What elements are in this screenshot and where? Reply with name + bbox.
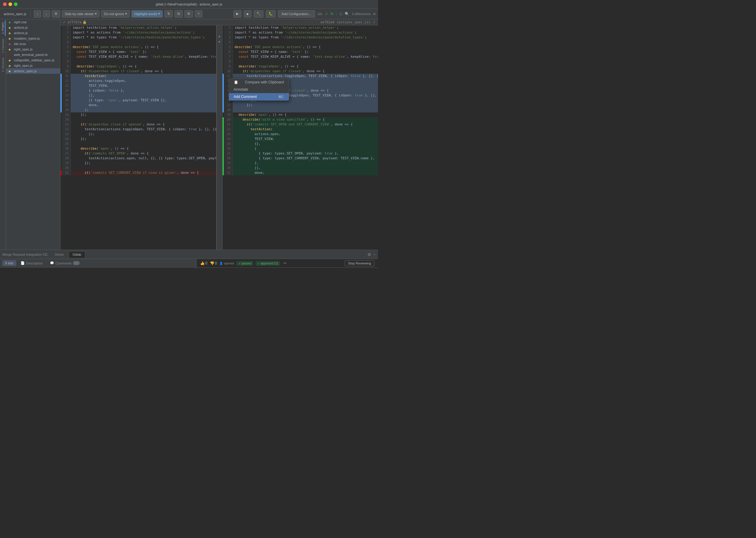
info-icon: ℹ (5, 261, 7, 265)
left-line-17: 17 done, (60, 103, 216, 108)
left-line-15: 15 [], (60, 93, 216, 98)
vert-tab-project[interactable]: 1: Project (1, 21, 5, 36)
gear-button[interactable]: ⚙ (185, 10, 193, 18)
left-line-11: 11 testAction( (60, 74, 216, 79)
vue-icon: ◈ (9, 21, 13, 24)
help-button[interactable]: ? (195, 10, 202, 18)
toolbar-separator-2: | (336, 12, 337, 16)
vert-tab-structure[interactable]: Z: Structure (1, 56, 5, 74)
comments-tab[interactable]: 💬 Comments 12 (47, 260, 83, 266)
right-line-31: 31 done, (223, 171, 378, 175)
collapse-button[interactable]: ⊟ (174, 10, 183, 18)
info-tab[interactable]: ℹ Info (2, 260, 16, 266)
add-comment-shortcut: ⌘C (278, 95, 284, 99)
sidebar-item-actions-js-1[interactable]: ◈ actions.js (6, 25, 60, 30)
right-line-1: 1 import testAction from 'helpers/vuex_a… (223, 26, 378, 30)
left-line-20: 20 (60, 117, 216, 122)
stop-review-button[interactable]: Stop Reviewing (345, 260, 375, 266)
general-section-header[interactable]: General (2, 269, 194, 269)
highlight-select[interactable]: Highlight words ▾ (132, 10, 163, 18)
right-line-21: 21 it('commits SET_OPEN and SET_CURRENT_… (223, 122, 378, 127)
stop-button[interactable]: ■ (244, 10, 251, 18)
general-section: General 4 days ago 🤖 GitLab Bot 🤖 @gitla… (0, 267, 196, 269)
vert-tab-favorites[interactable]: 2: Favorites (1, 37, 5, 55)
build-button[interactable]: 🔨 (254, 10, 263, 18)
left-line-25: 25 (60, 141, 216, 146)
gitlab-tab[interactable]: Gitlab (69, 251, 85, 258)
right-diff-panel[interactable]: 📋 Compare with Clipboard Annotate Add Co… (223, 26, 378, 250)
scroll-up-icon[interactable]: ▲ (218, 34, 221, 38)
thumbsdown-btn[interactable]: 👎 0 (210, 261, 217, 265)
description-tab[interactable]: 📄 Description (18, 260, 46, 266)
edit-icon[interactable]: ✏ (284, 261, 287, 265)
sidebar-item-web-terminal[interactable]: ◈ web_terminal_panel.rb (6, 52, 60, 57)
sidebar-item-ide-scss[interactable]: ◈ ide.scss (6, 41, 60, 47)
add-config-button[interactable]: Add Configuration... (278, 10, 315, 18)
bottom-content: ℹ Info 📄 Description 💬 Comments 12 (0, 259, 378, 269)
passed-label: passed (242, 262, 251, 265)
ignore-chevron-icon: ▾ (125, 12, 127, 16)
left-line-16: 16 [{ type: 'open', payload: TEST_VIEW }… (60, 98, 216, 103)
left-line-8: 8 (60, 59, 216, 64)
left-line-1: 1 import testAction from 'helpers/vuex_a… (60, 26, 216, 30)
share-icon: ⬡ (339, 12, 342, 16)
ignore-select[interactable]: Do not ignore ▾ (101, 10, 130, 18)
left-line-9: 9 describe('toggleOpen', () => { (60, 64, 216, 69)
annotate-item[interactable]: Annotate (229, 86, 289, 93)
opened-badge: 👤 opened (219, 262, 234, 265)
left-line-13: 13 TEST_VIEW, (60, 83, 216, 88)
scroll-down-icon[interactable]: ▼ (218, 40, 221, 43)
left-line-26: 26 describe('open', () => { (60, 146, 216, 151)
approved-badge: ✓ approved 1/1 (256, 261, 280, 266)
close-button[interactable] (3, 2, 7, 6)
viewer-select[interactable]: Side-by-side viewer ▾ (62, 10, 99, 18)
mr-comment-list: General 4 days ago 🤖 GitLab Bot 🤖 @gitla… (0, 267, 196, 269)
sidebar-item-collapsible-spec[interactable]: ◈ collapsible_sidebar_spec.js (6, 57, 60, 63)
sidebar-item-label: right_spec.js (14, 64, 33, 67)
mr-left-panel: ℹ Info 📄 Description 💬 Comments 12 (0, 259, 197, 269)
sync-scroll-button[interactable]: ⇅ (164, 10, 173, 18)
highlight-chevron-icon: ▾ (158, 12, 160, 16)
comments-tab-label: Comments (55, 261, 71, 265)
mr-settings-icon[interactable]: ⚙ (368, 252, 371, 257)
right-line-10: 10 it('dispatches open if closed', done … (223, 69, 378, 74)
js-icon: ◈ (9, 64, 13, 67)
left-line-3: 3 import * as types from '~/ide/stores/m… (60, 35, 216, 40)
sidebar-item-actions-js-2[interactable]: ◈ actions.js (6, 30, 60, 36)
debug-button[interactable]: 🐛 (266, 10, 275, 18)
sidebar-item-right-spec[interactable]: ◈ right_spec.js (6, 47, 60, 52)
viewer-chevron-icon: ▾ (95, 12, 97, 16)
mr-collapse-icon[interactable]: − (373, 252, 376, 257)
compare-clipboard-item[interactable]: 📋 Compare with Clipboard (229, 79, 289, 86)
maximize-button[interactable] (14, 2, 18, 6)
description-tab-label: Description (26, 261, 43, 265)
traffic-lights (3, 2, 18, 6)
left-line-18: 18 ); (60, 108, 216, 112)
sidebar-item-mutation-types[interactable]: ◈ mutation_types.js (6, 36, 60, 41)
prev-diff-button[interactable]: ↑ (34, 10, 41, 18)
minimize-button[interactable] (9, 2, 12, 6)
right-line-9: 9 describe('toggleOpen', () => { (223, 64, 378, 69)
thumbsup-btn[interactable]: 👍 0 (200, 261, 207, 265)
left-diff-panel[interactable]: 1 import testAction from 'helpers/vuex_a… (60, 26, 216, 250)
left-line-10: 10 it('dispatches open if closed', done … (60, 69, 216, 74)
right-line-22: 22 testAction( (223, 127, 378, 132)
sidebar-item-right-vue[interactable]: ◈ right.vue (6, 19, 60, 25)
run-button[interactable]: ▶ (233, 10, 241, 18)
git-check-icon: ✓ (325, 12, 328, 16)
sidebar-item-actions-spec[interactable]: ◈ actions_spec.js (6, 68, 60, 74)
comments-badge: 12 (73, 261, 80, 265)
title-bar: gitlab [~/IdeaProjects/gitlab] - actions… (0, 0, 378, 9)
right-line-4: 4 (223, 40, 378, 45)
right-line-25: 25 {}, (223, 141, 378, 146)
next-diff-button[interactable]: ↓ (43, 10, 50, 18)
approved-label: approved 1/1 (261, 262, 278, 265)
sidebar-item-label: mutation_types.js (14, 36, 40, 40)
window-title: gitlab [~/IdeaProjects/gitlab] - actions… (156, 2, 222, 6)
settings-button[interactable]: ⚙ (52, 10, 60, 18)
left-line-23: 23 }); (60, 132, 216, 136)
home-tab[interactable]: Home (51, 251, 67, 257)
left-line-27: 27 it('commits SET_OPEN', done => { (60, 151, 216, 156)
add-comment-item[interactable]: Add Comment ⌘C (229, 93, 289, 100)
sidebar-item-right-spec-2[interactable]: ◈ right_spec.js (6, 63, 60, 68)
